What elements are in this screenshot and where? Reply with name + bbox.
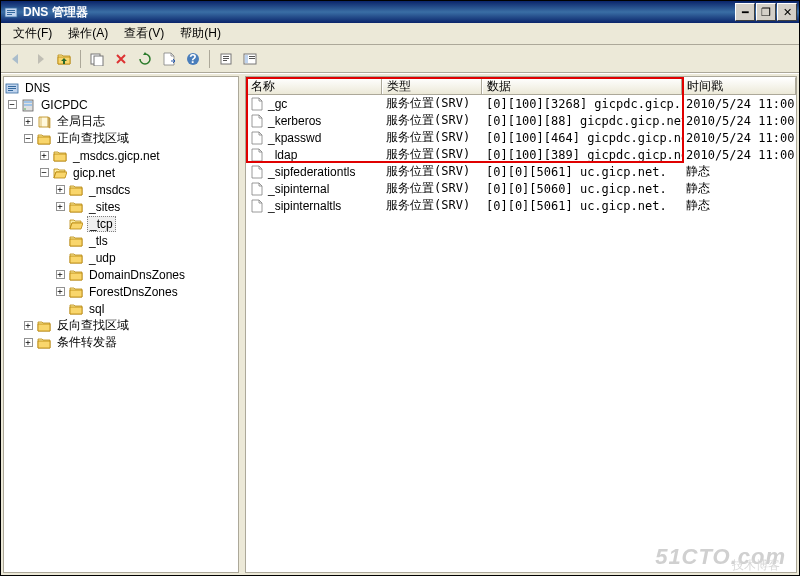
record-name: _sipinternal (268, 182, 329, 196)
toolbar-up-button[interactable] (53, 48, 75, 70)
tree-sub-domaindns[interactable]: + DomainDnsZones (4, 266, 238, 283)
list-row[interactable]: _ldap服务位置(SRV)[0][100][389] gicpdc.gicp.… (246, 146, 796, 163)
tree-label: _udp (87, 251, 118, 265)
folder-icon (36, 318, 52, 334)
tree-cond-forward[interactable]: + 条件转发器 (4, 334, 238, 351)
tree-server[interactable]: − GICPDC (4, 96, 238, 113)
toolbar-help-button[interactable]: ? (182, 48, 204, 70)
svg-rect-17 (245, 55, 248, 63)
tree-forward-zone[interactable]: − 正向查找区域 (4, 130, 238, 147)
toolbar-back-button[interactable] (5, 48, 27, 70)
tree-expander[interactable]: − (20, 130, 36, 147)
menu-file[interactable]: 文件(F) (5, 23, 60, 44)
record-icon (250, 182, 264, 196)
column-time[interactable]: 时间戳 (682, 77, 796, 94)
cell-data: [0][100][3268] gicpdc.gicp.net. (482, 97, 682, 111)
tree-expander[interactable]: + (52, 283, 68, 300)
cell-type: 服务位置(SRV) (382, 197, 482, 214)
list-pane: 名称 类型 数据 时间戳 _gc服务位置(SRV)[0][100][3268] … (245, 76, 797, 573)
list-row[interactable]: _sipinternaltls服务位置(SRV)[0][0][5061] uc.… (246, 197, 796, 214)
list-body[interactable]: _gc服务位置(SRV)[0][100][3268] gicpdc.gicp.n… (246, 95, 796, 572)
toolbar-delete-button[interactable] (110, 48, 132, 70)
list-row[interactable]: _gc服务位置(SRV)[0][100][3268] gicpdc.gicp.n… (246, 95, 796, 112)
tree-sub-tls[interactable]: _tls (4, 232, 238, 249)
tree-sub-forestdns[interactable]: + ForestDnsZones (4, 283, 238, 300)
tree-sub-sql[interactable]: sql (4, 300, 238, 317)
tree-label: DomainDnsZones (87, 268, 187, 282)
cell-type: 服务位置(SRV) (382, 146, 482, 163)
cell-time: 2010/5/24 11:00:00 (682, 97, 796, 111)
tree-pane[interactable]: DNS − GICPDC + 全局日志 − 正向查找区域 + (3, 76, 239, 573)
cell-data: [0][0][5061] uc.gicp.net. (482, 165, 682, 179)
content-area: DNS − GICPDC + 全局日志 − 正向查找区域 + (1, 73, 799, 575)
folder-open-icon (52, 165, 68, 181)
tree-global-log[interactable]: + 全局日志 (4, 113, 238, 130)
record-name: _kerberos (268, 114, 321, 128)
list-row[interactable]: _kpasswd服务位置(SRV)[0][100][464] gicpdc.gi… (246, 129, 796, 146)
titlebar: DNS 管理器 ━ ❐ ✕ (1, 1, 799, 23)
list-row[interactable]: _kerberos服务位置(SRV)[0][100][88] gicpdc.gi… (246, 112, 796, 129)
svg-rect-18 (249, 56, 255, 57)
menu-action[interactable]: 操作(A) (60, 23, 116, 44)
menu-help[interactable]: 帮助(H) (172, 23, 229, 44)
tree-label: 反向查找区域 (55, 317, 131, 334)
tree-sub-udp[interactable]: _udp (4, 249, 238, 266)
tree-label: _msdcs.gicp.net (71, 149, 162, 163)
tree-zone-msdcs[interactable]: + _msdcs.gicp.net (4, 147, 238, 164)
tree-label: DNS (23, 81, 52, 95)
cell-name: _sipfederationtls (246, 165, 382, 179)
tree-root-dns[interactable]: DNS (4, 79, 238, 96)
cell-type: 服务位置(SRV) (382, 129, 482, 146)
column-name[interactable]: 名称 (246, 77, 382, 94)
tree-label: 正向查找区域 (55, 130, 131, 147)
toolbar-new-button[interactable] (215, 48, 237, 70)
tree-expander[interactable]: + (20, 317, 36, 334)
close-button[interactable]: ✕ (777, 3, 797, 21)
maximize-button[interactable]: ❐ (756, 3, 776, 21)
tree-reverse-zone[interactable]: + 反向查找区域 (4, 317, 238, 334)
menu-view[interactable]: 查看(V) (116, 23, 172, 44)
tree-expander[interactable]: + (20, 334, 36, 351)
tree-expander[interactable]: + (52, 198, 68, 215)
cell-name: _kpasswd (246, 131, 382, 145)
folder-icon (68, 284, 84, 300)
tree-expander[interactable]: + (20, 113, 36, 130)
toolbar-forward-button[interactable] (29, 48, 51, 70)
cell-name: _kerberos (246, 114, 382, 128)
tree-expander[interactable]: − (36, 164, 52, 181)
record-icon (250, 131, 264, 145)
tree-label: _msdcs (87, 183, 132, 197)
toolbar-properties-button[interactable] (86, 48, 108, 70)
toolbar-export-button[interactable] (158, 48, 180, 70)
tree-label: gicp.net (71, 166, 117, 180)
cell-data: [0][100][389] gicpdc.gicp.net. (482, 148, 682, 162)
tree-sub-tcp[interactable]: _tcp (4, 215, 238, 232)
tree-sub-sites[interactable]: + _sites (4, 198, 238, 215)
tree-sub-msdcs[interactable]: + _msdcs (4, 181, 238, 198)
cell-time: 静态 (682, 197, 796, 214)
cell-type: 服务位置(SRV) (382, 163, 482, 180)
folder-icon (68, 267, 84, 283)
menubar: 文件(F) 操作(A) 查看(V) 帮助(H) (1, 23, 799, 45)
window-title: DNS 管理器 (23, 4, 734, 21)
svg-rect-9 (94, 56, 103, 66)
cell-data: [0][0][5060] uc.gicp.net. (482, 182, 682, 196)
tree-label: 条件转发器 (55, 334, 119, 351)
tree-expander[interactable]: − (4, 96, 20, 113)
column-type[interactable]: 类型 (382, 77, 482, 94)
toolbar-filter-button[interactable] (239, 48, 261, 70)
column-data[interactable]: 数据 (482, 77, 682, 94)
toolbar-refresh-button[interactable] (134, 48, 156, 70)
tree-label: _sites (87, 200, 122, 214)
list-row[interactable]: _sipinternal服务位置(SRV)[0][0][5060] uc.gic… (246, 180, 796, 197)
tree-zone-gicp[interactable]: − gicp.net (4, 164, 238, 181)
tree-expander[interactable]: + (52, 181, 68, 198)
folder-icon (68, 199, 84, 215)
tree-expander[interactable]: + (52, 266, 68, 283)
list-row[interactable]: _sipfederationtls服务位置(SRV)[0][0][5061] u… (246, 163, 796, 180)
tree-expander[interactable]: + (36, 147, 52, 164)
record-icon (250, 114, 264, 128)
tree-label: _tcp (87, 216, 116, 232)
record-name: _ldap (268, 148, 297, 162)
minimize-button[interactable]: ━ (735, 3, 755, 21)
